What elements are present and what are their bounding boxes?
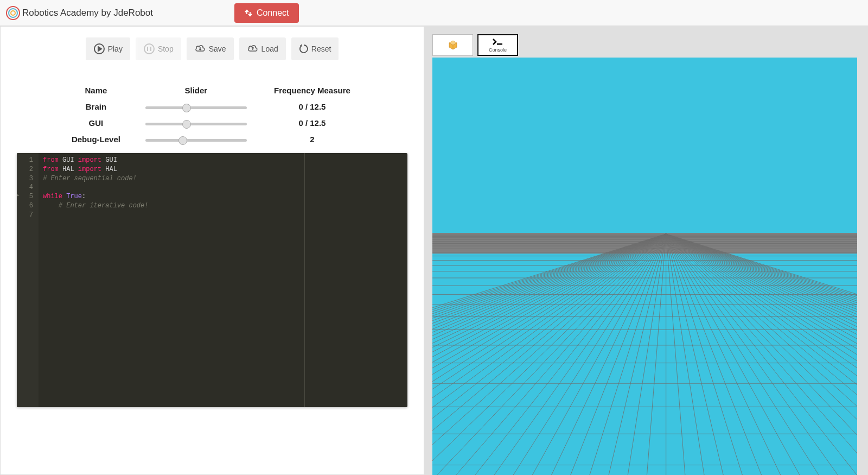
line-num: 2	[22, 165, 33, 174]
svg-line-26	[432, 234, 666, 475]
brain-slider[interactable]	[145, 106, 247, 109]
svg-line-17	[432, 234, 666, 475]
console-tab-label: Console	[489, 47, 507, 53]
svg-line-34	[432, 234, 666, 475]
col-name: Name	[50, 83, 142, 98]
svg-line-33	[432, 234, 666, 475]
row-brain: Brain 0 / 12.5	[50, 99, 374, 114]
line-num: 7	[22, 211, 33, 220]
terminal-icon	[493, 37, 503, 47]
svg-line-46	[645, 234, 666, 475]
reset-icon	[299, 44, 309, 54]
svg-line-27	[432, 234, 666, 475]
play-icon	[93, 43, 105, 55]
app-title: Robotics Academy by JdeRobot	[22, 8, 153, 18]
svg-line-16	[432, 234, 666, 475]
svg-line-43	[581, 234, 666, 475]
editor-gutter: 1 2 3 4 5 6 7	[17, 153, 39, 407]
svg-line-48	[666, 234, 687, 475]
debug-value: 2	[251, 131, 374, 147]
svg-line-12	[432, 234, 666, 475]
svg-line-20	[432, 234, 666, 475]
jderobot-logo-icon	[5, 5, 21, 21]
gui-label: GUI	[50, 115, 142, 130]
svg-line-36	[432, 234, 666, 475]
svg-line-22	[432, 234, 666, 475]
svg-point-1	[9, 9, 17, 17]
svg-line-23	[432, 234, 666, 475]
line-num: 6	[22, 201, 33, 211]
svg-line-13	[432, 234, 666, 475]
load-button[interactable]: Load	[239, 37, 286, 60]
editor-content[interactable]: from GUI import GUI from HAL import HAL …	[39, 153, 407, 407]
line-num: 4	[22, 183, 33, 192]
line-num: 1	[22, 156, 33, 165]
svg-point-2	[11, 11, 15, 15]
svg-line-42	[560, 234, 666, 475]
cloud-upload-icon	[247, 43, 259, 55]
line-num: 5	[22, 192, 33, 201]
svg-line-7	[432, 234, 666, 475]
svg-line-35	[432, 234, 666, 475]
header-bar: Robotics Academy by JdeRobot Connect	[0, 0, 868, 26]
row-gui: GUI 0 / 12.5	[50, 115, 374, 130]
svg-line-18	[432, 234, 666, 475]
line-num: 3	[22, 174, 33, 183]
gui-slider[interactable]	[145, 123, 247, 125]
main-content: Play Stop Save	[0, 26, 868, 475]
svg-line-49	[666, 234, 709, 475]
debug-slider[interactable]	[145, 139, 247, 142]
svg-line-15	[432, 234, 666, 475]
code-editor[interactable]: 1 2 3 4 5 6 7 from GUI import GUI from H…	[17, 153, 407, 407]
svg-line-10	[432, 234, 666, 475]
svg-line-21	[432, 234, 666, 475]
left-pane: Play Stop Save	[0, 26, 424, 475]
svg-line-45	[623, 234, 666, 475]
simulation-viewport[interactable]	[432, 58, 857, 475]
reset-label: Reset	[311, 45, 331, 53]
connect-arrows-icon	[244, 9, 253, 17]
cube-icon	[448, 40, 458, 50]
play-button[interactable]: Play	[86, 37, 130, 60]
col-freq: Frequency Measure	[251, 83, 374, 98]
brain-freq: 0 / 12.5	[251, 99, 374, 114]
svg-line-14	[432, 234, 666, 475]
stop-label: Stop	[158, 45, 174, 53]
svg-line-25	[432, 234, 666, 475]
svg-line-51	[666, 234, 751, 475]
svg-line-32	[432, 234, 666, 475]
svg-line-52	[666, 234, 773, 475]
print-margin	[304, 153, 305, 407]
col-slider: Slider	[143, 83, 250, 98]
controls-table: Name Slider Frequency Measure Brain 0 / …	[49, 82, 375, 148]
stop-button: Stop	[136, 37, 181, 60]
svg-point-4	[144, 44, 154, 54]
play-label: Play	[108, 45, 123, 53]
svg-line-8	[432, 234, 666, 475]
view-3d-tab[interactable]	[432, 34, 473, 56]
svg-rect-5	[497, 43, 502, 45]
svg-line-19	[432, 234, 666, 475]
svg-line-30	[432, 234, 666, 475]
logo-title-group: Robotics Academy by JdeRobot	[5, 5, 153, 21]
gui-freq: 0 / 12.5	[251, 115, 374, 130]
view-tabs: Console	[432, 34, 857, 56]
brain-label: Brain	[50, 99, 142, 114]
console-tab[interactable]: Console	[477, 34, 518, 56]
right-pane: Console	[424, 26, 868, 475]
svg-line-28	[432, 234, 666, 475]
debug-label: Debug-Level	[50, 131, 142, 147]
connect-button[interactable]: Connect	[234, 3, 299, 23]
sim-grid	[432, 58, 857, 475]
svg-line-11	[432, 234, 666, 475]
reset-button[interactable]: Reset	[291, 37, 339, 60]
pause-icon	[143, 43, 155, 55]
save-label: Save	[209, 45, 226, 53]
svg-line-29	[432, 234, 666, 475]
save-button[interactable]: Save	[187, 37, 234, 60]
editor-toolbar: Play Stop Save	[1, 27, 424, 66]
row-debug: Debug-Level 2	[50, 131, 374, 147]
load-label: Load	[261, 45, 278, 53]
svg-line-9	[432, 234, 666, 475]
cloud-download-icon	[194, 43, 206, 55]
